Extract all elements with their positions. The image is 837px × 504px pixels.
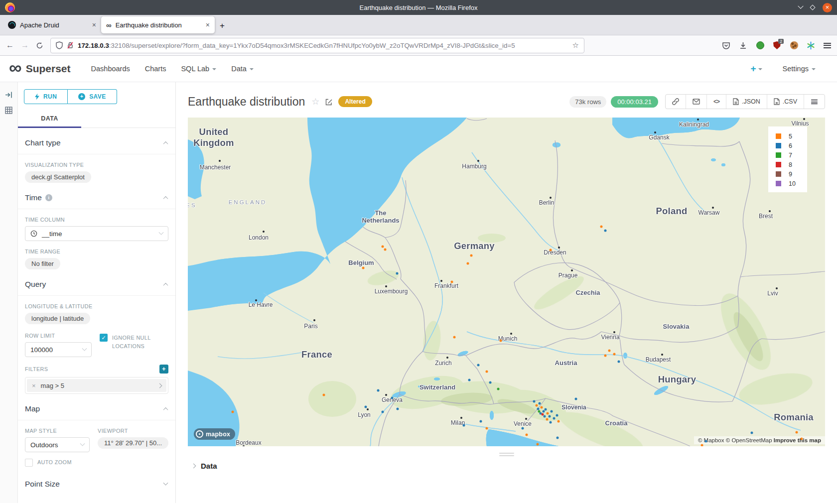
section-query[interactable]: Query	[18, 269, 175, 295]
dataset-grid-icon[interactable]	[5, 107, 12, 114]
nav-data[interactable]: Data	[224, 65, 261, 73]
menu-icon	[811, 99, 818, 104]
superset-navbar: ∞ Superset Dashboards Charts SQL Lab Dat…	[0, 56, 837, 82]
attribution-improve-link[interactable]: Improve this map	[774, 437, 821, 443]
scatter-point	[362, 267, 365, 269]
scatter-point	[541, 406, 543, 409]
scatter-point	[453, 336, 456, 339]
clock-icon	[30, 230, 37, 237]
viewport-value[interactable]: 11° 28' 29.70" | 50...	[98, 437, 168, 449]
ignore-null-label: IGNORE NULL LOCATIONS	[112, 334, 168, 351]
time-range-value[interactable]: No filter	[25, 258, 60, 269]
save-button[interactable]: +SAVE	[68, 89, 117, 104]
scatter-point	[547, 412, 549, 415]
export-json-button[interactable]: .JSON	[726, 95, 767, 109]
mapbox-logo[interactable]: mapbox	[194, 428, 235, 440]
filters-label: FILTERS	[25, 366, 48, 372]
download-icon[interactable]	[739, 41, 747, 50]
plus-circle-icon: +	[78, 93, 85, 100]
legend-swatch	[776, 181, 781, 186]
forward-button[interactable]: →	[21, 41, 29, 50]
add-filter-button[interactable]: +	[159, 365, 168, 374]
panel-tabs: DATA	[18, 112, 175, 128]
back-button[interactable]: ←	[6, 41, 14, 50]
legend-swatch	[776, 152, 781, 158]
attribution-mapbox[interactable]: © Mapbox	[698, 437, 724, 443]
filter-chip[interactable]: × mag > 5	[27, 379, 166, 392]
section-time[interactable]: Timei	[18, 183, 175, 209]
scatter-point	[470, 254, 473, 257]
edit-properties-icon[interactable]	[325, 98, 333, 106]
section-point-size[interactable]: Point Size	[18, 467, 175, 495]
pocket-icon[interactable]	[722, 41, 730, 50]
remove-filter-icon[interactable]: ×	[32, 382, 36, 389]
nav-charts[interactable]: Charts	[138, 65, 174, 73]
nav-dashboards[interactable]: Dashboards	[84, 65, 138, 73]
share-link-button[interactable]	[666, 95, 686, 109]
shield-icon[interactable]	[56, 41, 63, 49]
chevron-down-icon	[812, 68, 816, 70]
run-button[interactable]: RUN	[24, 89, 68, 104]
tab-data[interactable]: DATA	[18, 112, 81, 128]
map-style-select[interactable]: Outdoors	[25, 437, 90, 452]
scatter-point	[489, 381, 492, 384]
lonlat-value[interactable]: longitude | latitude	[25, 313, 90, 324]
cookie-extension-icon[interactable]	[790, 41, 798, 50]
superset-brand[interactable]: Superset	[26, 63, 71, 75]
chevron-down-icon	[212, 68, 216, 70]
url-bar[interactable]: 172.18.0.3:32108/superset/explore/?form_…	[50, 38, 584, 53]
altered-badge[interactable]: Altered	[338, 96, 372, 107]
chart-menu-button[interactable]	[804, 95, 825, 109]
auto-zoom-checkbox[interactable]	[25, 459, 33, 467]
row-limit-select[interactable]: 100000	[25, 342, 92, 357]
collapse-panel-icon[interactable]	[5, 91, 12, 99]
add-new-button[interactable]: +	[750, 63, 762, 74]
nav-settings[interactable]: Settings	[775, 65, 823, 73]
scatter-point	[705, 440, 707, 443]
viz-type-value[interactable]: deck.gl Scatterplot	[25, 171, 91, 183]
legend-label: 10	[789, 180, 796, 187]
scatter-point	[533, 400, 536, 403]
ignore-null-checkbox[interactable]: ✓	[100, 334, 108, 342]
scatter-point	[539, 402, 541, 405]
scatter-point	[604, 355, 607, 357]
browser-tabstrip: Apache Druid × ∞ Earthquake distribution…	[0, 15, 837, 35]
tab-close-icon[interactable]: ×	[92, 21, 96, 29]
scatter-point	[538, 410, 541, 413]
section-chart-type[interactable]: Chart type	[18, 128, 175, 154]
window-maximize-icon[interactable]	[810, 4, 815, 10]
legend-item: 8	[768, 160, 807, 169]
scatter-point	[545, 408, 547, 411]
reload-button[interactable]	[36, 42, 43, 49]
browser-tab-earthquake-distribution[interactable]: ∞ Earthquake distribution ×	[101, 16, 215, 33]
browser-tab-apache-druid[interactable]: Apache Druid ×	[3, 16, 101, 33]
chevron-down-icon	[163, 480, 168, 485]
data-panel-header[interactable]: Data	[188, 462, 825, 470]
scatter-point	[546, 418, 549, 421]
attribution-osm[interactable]: © OpenStreetMap	[726, 437, 772, 443]
privacy-badger-icon[interactable]	[756, 41, 764, 50]
lock-insecure-icon[interactable]	[67, 41, 74, 49]
section-map[interactable]: Map	[18, 394, 175, 420]
ublock-icon[interactable]: 2	[773, 41, 781, 50]
nav-sql-lab[interactable]: SQL Lab	[173, 65, 224, 73]
bookmark-star-icon[interactable]: ☆	[572, 41, 579, 50]
email-button[interactable]	[686, 95, 706, 109]
code-icon: <>	[713, 98, 719, 105]
superset-logo-icon[interactable]: ∞	[9, 61, 22, 75]
time-column-select[interactable]: __time	[25, 226, 168, 241]
map-canvas[interactable]: 5678910 mapbox © Mapbox © OpenStreetMap …	[188, 118, 825, 446]
panel-resize-handle[interactable]	[499, 453, 514, 456]
multi-account-icon[interactable]	[807, 41, 815, 50]
scatter-point	[537, 443, 539, 446]
city-dot	[385, 394, 387, 396]
window-close-button[interactable]: ×	[823, 3, 832, 12]
window-minimize-icon[interactable]	[798, 3, 803, 9]
favorite-star-icon[interactable]: ☆	[311, 96, 319, 107]
export-csv-button[interactable]: .CSV	[767, 95, 804, 109]
embed-code-button[interactable]: <>	[706, 95, 726, 109]
browser-menu-icon[interactable]	[824, 43, 831, 48]
city-dot	[654, 131, 656, 133]
tab-close-icon[interactable]: ×	[206, 21, 210, 29]
new-tab-button[interactable]: +	[220, 21, 225, 31]
